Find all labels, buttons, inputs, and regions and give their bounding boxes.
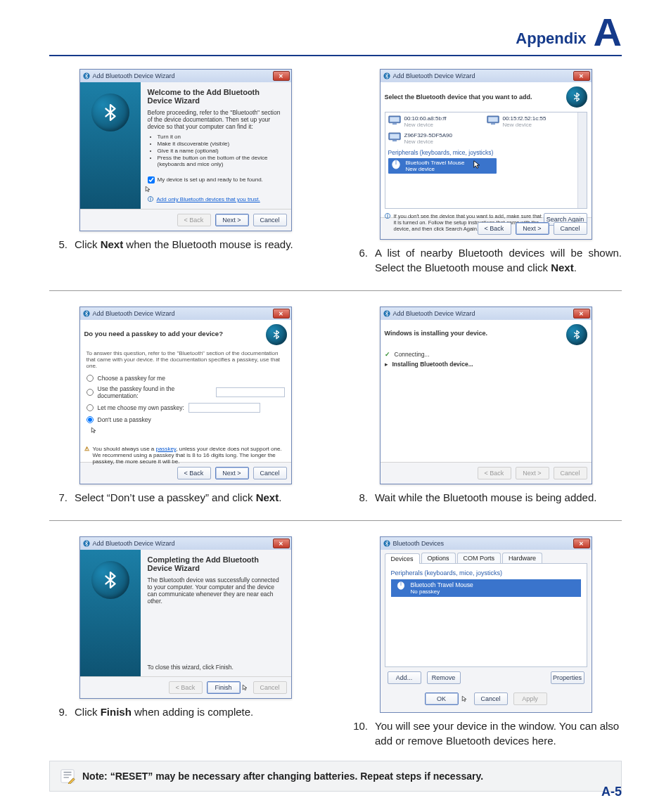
titlebar: Add Bluetooth Device Wizard ✕ — [80, 537, 291, 550]
step-5: Add Bluetooth Device Wizard ✕ Welcome to… — [49, 69, 321, 275]
cursor-icon — [91, 427, 98, 434]
radio-own-passkey[interactable]: Let me choose my own passkey: — [87, 403, 285, 413]
cursor-icon — [145, 186, 152, 193]
list-item: Turn it on — [158, 134, 284, 140]
close-icon[interactable]: ✕ — [573, 539, 590, 548]
list-item: Make it discoverable (visible) — [158, 141, 284, 147]
info-link[interactable]: Add only Bluetooth devices that you trus… — [157, 196, 260, 202]
device-name: Bluetooth Travel Mouse — [406, 160, 465, 166]
appendix-letter: A — [594, 13, 622, 52]
step-7: Add Bluetooth Device Wizard ✕ Do you nee… — [49, 307, 321, 505]
close-icon[interactable]: ✕ — [573, 309, 590, 318]
close-icon[interactable]: ✕ — [273, 71, 290, 81]
help-text: To answer this question, refer to the "B… — [87, 350, 285, 369]
back-button[interactable]: < Back — [177, 467, 211, 479]
device-item-selected[interactable]: Bluetooth Travel Mouse No passkey — [391, 579, 581, 597]
cancel-button[interactable]: Cancel — [554, 222, 587, 235]
radio-use-doc-passkey[interactable]: Use the passkey found in the documentati… — [87, 385, 285, 399]
progress-label: Connecting... — [395, 351, 430, 358]
divider — [49, 290, 622, 291]
header: Appendix A — [49, 13, 622, 52]
add-button[interactable]: Add... — [388, 671, 421, 684]
properties-button[interactable]: Properties — [551, 671, 584, 684]
tab-com-ports[interactable]: COM Ports — [457, 553, 501, 563]
ok-button[interactable]: OK — [425, 692, 459, 705]
note-box: Note: “RESET” may be necessary after cha… — [49, 761, 622, 792]
device-status: No passkey — [411, 588, 473, 595]
close-icon[interactable]: ✕ — [273, 309, 290, 318]
divider — [49, 520, 622, 521]
device-name: 00:15:f2.52:1c:55 — [503, 115, 547, 122]
bluetooth-icon — [91, 561, 129, 599]
step-number: 6. — [350, 245, 368, 275]
radio-choose-for-me[interactable]: Choose a passkey for me — [87, 375, 285, 382]
dialog-step8: Add Bluetooth Device Wizard ✕ Windows is… — [380, 307, 592, 484]
dialog-heading: Welcome to the Add Bluetooth Device Wiza… — [148, 88, 284, 105]
tab-devices[interactable]: Devices — [385, 553, 420, 564]
device-item[interactable]: 00:15:f2.52:1c:55New device — [487, 115, 564, 128]
back-button: < Back — [177, 214, 211, 226]
step-caption: Click Finish when adding is complete. — [75, 704, 321, 719]
next-button[interactable]: Next > — [215, 214, 249, 226]
instruction-text: Select the Bluetooth device that you wan… — [385, 94, 532, 101]
category-header: Peripherals (keyboards, mice, joysticks) — [388, 149, 584, 156]
step-caption: Select “Don’t use a passkey” and click N… — [75, 490, 321, 505]
cursor-icon — [471, 160, 484, 169]
device-item[interactable]: 00:10:60.a8:5b:ffNew device — [388, 115, 466, 128]
bluetooth-icon — [83, 540, 90, 547]
mouse-icon — [390, 160, 402, 169]
tab-hardware[interactable]: Hardware — [502, 553, 542, 563]
step-8: Add Bluetooth Device Wizard ✕ Windows is… — [350, 307, 622, 505]
close-hint: To close this wizard, click Finish. — [148, 664, 284, 671]
passkey-input[interactable] — [216, 387, 285, 397]
passkey-input[interactable] — [188, 403, 260, 413]
status-heading: Windows is installing your device. — [385, 330, 487, 337]
ready-checkbox[interactable]: My device is set up and ready to be foun… — [148, 176, 284, 183]
step-9: Add Bluetooth Device Wizard ✕ Completing… — [49, 536, 321, 748]
bluetooth-icon — [383, 72, 390, 79]
tab-options[interactable]: Options — [421, 553, 456, 563]
sidebar-graphic — [80, 82, 141, 209]
bluetooth-icon — [566, 324, 587, 345]
device-status: New device — [406, 166, 465, 172]
back-button[interactable]: < Back — [478, 222, 511, 235]
bluetooth-icon — [383, 540, 390, 547]
device-name: Z96F329-5DF5A90 — [404, 132, 452, 138]
cancel-button[interactable]: Cancel — [474, 692, 508, 705]
close-icon[interactable]: ✕ — [573, 71, 590, 81]
next-button[interactable]: Next > — [215, 467, 249, 479]
bluetooth-icon — [383, 310, 390, 317]
cancel-button[interactable]: Cancel — [253, 214, 287, 226]
list-item: Give it a name (optional) — [158, 148, 284, 154]
close-icon[interactable]: ✕ — [273, 539, 290, 548]
info-row: ⓘ Add only Bluetooth devices that you tr… — [148, 195, 284, 203]
monitor-icon — [388, 115, 401, 125]
device-item-selected[interactable]: Bluetooth Travel MouseNew device — [388, 158, 497, 174]
sidebar-graphic — [80, 550, 141, 676]
remove-button[interactable]: Remove — [427, 671, 461, 684]
back-button: < Back — [169, 681, 203, 694]
dialog-step9: Add Bluetooth Device Wizard ✕ Completing… — [79, 536, 292, 699]
scrollbar[interactable] — [577, 112, 587, 208]
cursor-icon — [242, 684, 249, 691]
radio-label: Use the passkey found in the documentati… — [98, 385, 212, 399]
step-caption: You will see your device in the window. … — [375, 718, 622, 748]
list-item: Press the button on the bottom of the de… — [158, 155, 284, 167]
titlebar: Add Bluetooth Device Wizard ✕ — [80, 70, 291, 82]
next-button[interactable]: Next > — [516, 222, 549, 235]
finish-button[interactable]: Finish — [207, 681, 241, 694]
device-item[interactable]: Z96F329-5DF5A90New device — [388, 132, 466, 145]
radio-no-passkey[interactable]: Don't use a passkey — [87, 416, 285, 423]
bluetooth-icon — [566, 86, 587, 108]
dialog-step7: Add Bluetooth Device Wizard ✕ Do you nee… — [79, 307, 292, 484]
device-name: 00:10:60.a8:5b:ff — [404, 115, 447, 122]
mouse-icon — [395, 581, 407, 590]
dialog-step6: Add Bluetooth Device Wizard ✕ Select the… — [380, 69, 592, 240]
bluetooth-icon — [83, 72, 90, 79]
checkbox[interactable] — [148, 176, 155, 183]
apply-button: Apply — [513, 692, 547, 705]
step-number: 5. — [49, 237, 68, 252]
warning-icon: ⚠ — [84, 446, 89, 465]
cancel-button[interactable]: Cancel — [253, 467, 287, 479]
titlebar: Add Bluetooth Device Wizard ✕ — [381, 70, 592, 82]
